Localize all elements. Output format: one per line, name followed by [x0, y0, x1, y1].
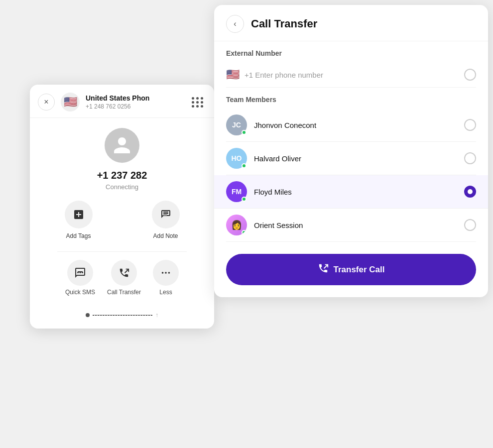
external-number-label: External Number: [226, 41, 476, 62]
svg-point-0: [77, 272, 79, 273]
transfer-panel: ‹ Call Transfer External Number 🇺🇸 +1 En…: [214, 5, 488, 297]
call-panel-body: +1 237 282 Connecting Add Tags Add Note: [30, 118, 214, 329]
action-buttons: Add Tags Add Note: [38, 201, 206, 239]
online-indicator: [242, 130, 246, 135]
caller-number: +1 248 762 0256: [86, 103, 183, 110]
call-transfer-button[interactable]: Call Transfer: [107, 260, 141, 296]
call-number: +1 237 282: [97, 170, 147, 181]
member-avatar-fm: FM: [226, 181, 247, 202]
caller-avatar: [105, 128, 139, 163]
add-tags-label: Add Tags: [66, 232, 91, 239]
call-transfer-label: Call Transfer: [107, 289, 141, 296]
online-indicator: [242, 197, 246, 202]
bottom-nav: Quick SMS Call Transfer: [57, 251, 187, 304]
team-member-jc[interactable]: JC Jhonvon Conecont: [226, 109, 476, 142]
svg-point-3: [162, 272, 164, 274]
member-radio-os[interactable]: [464, 219, 476, 231]
member-name-os: Orient Session: [254, 221, 457, 229]
online-indicator: [242, 163, 246, 168]
svg-point-5: [168, 272, 170, 274]
add-tags-button[interactable]: Add Tags: [38, 201, 119, 239]
svg-point-2: [82, 272, 83, 273]
less-button[interactable]: Less: [153, 260, 179, 296]
caller-info: United States Phon +1 248 762 0256: [86, 94, 183, 110]
add-note-icon: [152, 201, 180, 228]
quick-sms-label: Quick SMS: [65, 289, 95, 296]
transfer-body: External Number 🇺🇸 +1 Enter phone number…: [214, 41, 488, 297]
team-members-label: Team Members: [226, 88, 476, 109]
close-button[interactable]: ×: [38, 94, 55, 111]
transfer-call-label: Transfer Call: [334, 265, 385, 275]
member-radio-ho[interactable]: [464, 152, 476, 164]
team-member-fm[interactable]: FM Floyd Miles: [214, 175, 488, 209]
quick-sms-icon: [67, 260, 93, 286]
call-transfer-icon: [111, 260, 137, 286]
team-member-os[interactable]: 👩 Orient Session: [226, 209, 476, 242]
pagination-line: [93, 315, 152, 316]
transfer-call-icon: [318, 263, 329, 276]
transfer-call-button[interactable]: Transfer Call: [226, 254, 476, 285]
transfer-header: ‹ Call Transfer: [214, 5, 488, 41]
member-name-jc: Jhonvon Conecont: [254, 121, 457, 129]
member-radio-jc[interactable]: [464, 119, 476, 131]
online-indicator: [242, 230, 246, 235]
call-status: Connecting: [106, 183, 138, 191]
external-radio[interactable]: [464, 69, 476, 81]
member-name-fm: Floyd Miles: [254, 188, 457, 196]
back-button[interactable]: ‹: [226, 15, 244, 33]
quick-sms-button[interactable]: Quick SMS: [65, 260, 95, 296]
pagination: ↑: [86, 312, 158, 319]
pagination-dot: [86, 313, 90, 317]
call-panel: × 🇺🇸 United States Phon +1 248 762 0256 …: [30, 85, 214, 329]
member-radio-fm[interactable]: [464, 186, 476, 198]
up-arrow-icon: ↑: [155, 312, 158, 319]
dialpad-button[interactable]: [189, 94, 206, 111]
member-avatar-jc: JC: [226, 114, 247, 135]
member-name-ho: Halvard Oliver: [254, 154, 457, 163]
phone-flag-icon: 🇺🇸: [226, 68, 240, 81]
less-icon: [153, 260, 179, 286]
caller-flag: 🇺🇸: [61, 93, 80, 112]
less-label: Less: [159, 289, 172, 296]
svg-point-1: [79, 272, 81, 273]
call-panel-header: × 🇺🇸 United States Phon +1 248 762 0256: [30, 85, 214, 118]
caller-name: United States Phon: [86, 94, 183, 102]
phone-placeholder: +1 Enter phone number: [245, 71, 459, 79]
add-note-button[interactable]: Add Note: [125, 201, 206, 239]
add-note-label: Add Note: [153, 232, 178, 239]
add-tags-icon: [65, 201, 93, 228]
member-avatar-ho: HO: [226, 148, 247, 169]
transfer-title: Call Transfer: [251, 17, 317, 30]
svg-point-4: [165, 272, 167, 274]
phone-input-row[interactable]: 🇺🇸 +1 Enter phone number: [226, 62, 476, 88]
team-member-ho[interactable]: HO Halvard Oliver: [226, 142, 476, 175]
member-avatar-os: 👩: [226, 215, 247, 235]
